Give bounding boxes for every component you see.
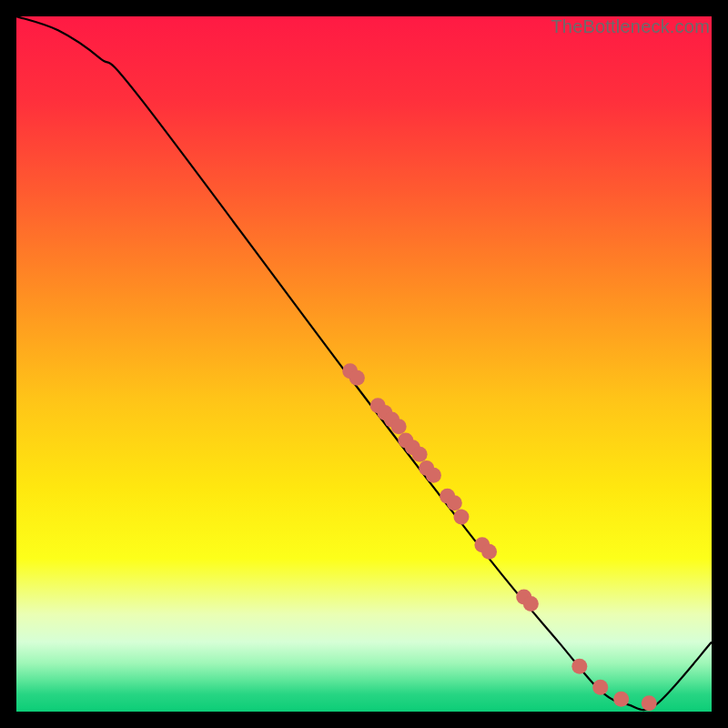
watermark-text: TheBottleneck.com (551, 16, 710, 37)
chart-svg (16, 16, 712, 712)
data-point (613, 692, 629, 707)
data-point (642, 695, 657, 711)
chart-background (16, 16, 712, 712)
data-point (412, 447, 428, 462)
data-point (523, 596, 539, 612)
data-point (391, 419, 407, 434)
data-point (453, 510, 469, 525)
data-point (349, 370, 365, 386)
data-point (592, 680, 608, 695)
chart-frame: TheBottleneck.com (16, 16, 712, 712)
data-point (447, 495, 462, 511)
data-point (571, 659, 587, 674)
data-point (481, 544, 497, 560)
data-point (426, 468, 441, 483)
